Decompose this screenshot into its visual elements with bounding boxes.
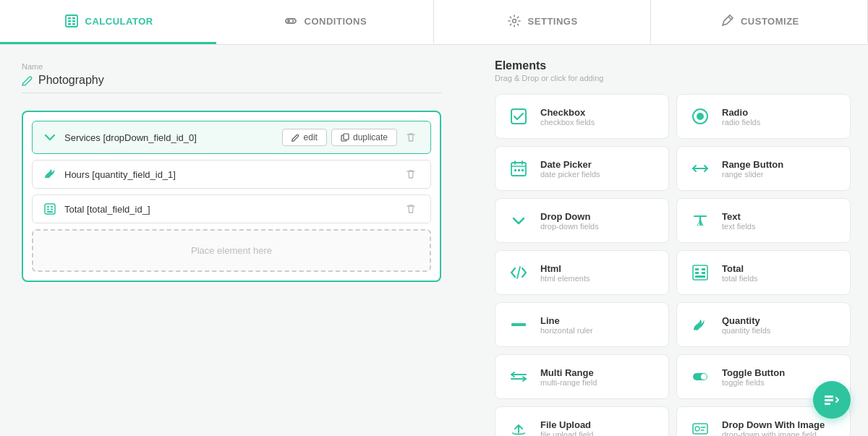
text-element-icon: A (689, 209, 712, 232)
right-panel: Elements Drag & Drop or click for adding… (477, 45, 868, 436)
tab-calculator[interactable]: CALCULATOR (0, 0, 216, 44)
svg-point-36 (695, 427, 699, 431)
element-fileupload[interactable]: File Upload file upload field (495, 406, 669, 436)
dropdown-element-icon (507, 209, 530, 232)
svg-rect-29 (695, 272, 699, 274)
field-row-services: Services [dropDown_field_id_0] edit d (32, 121, 431, 154)
fileupload-element-icon (507, 417, 530, 436)
svg-rect-6 (72, 23, 75, 25)
element-datepicker[interactable]: Date Picker date picker fields (495, 146, 669, 191)
total-el-name: Total (722, 263, 758, 274)
text-sub: text fields (722, 222, 755, 231)
dropdown-field-icon (43, 131, 57, 144)
tab-settings[interactable]: SETTINGS (434, 0, 651, 44)
quantity-element-icon (689, 313, 712, 336)
customize-icon (719, 13, 735, 29)
element-radio[interactable]: Radio radio fields (676, 94, 851, 139)
name-label: Name (22, 62, 456, 71)
element-range[interactable]: Range Button range slider (676, 146, 851, 191)
svg-rect-1 (68, 17, 71, 20)
html-element-icon (507, 261, 530, 284)
tab-conditions[interactable]: CONDITIONS (216, 0, 433, 44)
svg-rect-22 (514, 169, 516, 171)
svg-rect-0 (66, 15, 77, 27)
place-element-zone[interactable]: Place element here (32, 229, 431, 272)
left-panel: Name Photography Services [dropDown_fiel… (0, 45, 477, 436)
svg-rect-14 (51, 206, 53, 208)
dropdownimage-element-icon (689, 417, 712, 436)
name-edit-icon[interactable] (22, 75, 33, 86)
svg-rect-30 (702, 272, 705, 274)
quantity-sub: quantity fields (722, 326, 770, 335)
svg-rect-32 (511, 323, 526, 326)
services-field-label: Services [dropDown_field_id_0] (64, 132, 275, 143)
duplicate-button[interactable]: duplicate (331, 129, 397, 146)
html-sub: html elements (540, 274, 590, 283)
field-row-total: Total [total_field_id_] (32, 195, 431, 223)
radio-sub: radio fields (722, 118, 760, 127)
line-sub: horizontal ruler (540, 326, 593, 335)
toggle-element-icon (689, 365, 712, 388)
multirange-element-icon (507, 365, 530, 388)
svg-rect-38 (825, 399, 833, 401)
svg-point-8 (287, 20, 290, 22)
delete-services-button[interactable] (401, 131, 420, 144)
svg-text:A: A (697, 217, 704, 228)
svg-rect-13 (47, 206, 49, 208)
total-field-icon (43, 202, 57, 215)
tab-customize-label: CUSTOMIZE (741, 16, 799, 27)
svg-point-9 (512, 20, 516, 23)
line-element-icon (507, 313, 530, 336)
delete-total-button[interactable] (401, 202, 420, 215)
checkbox-name: Checkbox (540, 107, 595, 118)
svg-rect-28 (702, 268, 705, 270)
svg-rect-15 (47, 209, 49, 210)
elements-subtitle: Drag & Drop or click for adding (495, 74, 851, 82)
multirange-name: Multi Range (540, 367, 597, 378)
svg-rect-2 (72, 17, 75, 20)
datepicker-element-icon (507, 157, 530, 180)
datepicker-name: Date Picker (540, 159, 600, 170)
element-total[interactable]: Total total fields (676, 250, 851, 295)
element-dropdown[interactable]: Drop Down drop-down fields (495, 198, 669, 243)
total-field-label: Total [total_field_id_] (64, 204, 394, 215)
radio-name: Radio (722, 107, 760, 118)
fab-button[interactable] (813, 381, 851, 419)
datepicker-sub: date picker fields (540, 170, 600, 179)
svg-rect-16 (51, 209, 53, 210)
services-actions: edit duplicate (282, 129, 420, 146)
fileupload-sub: file upload field (540, 430, 593, 437)
element-quantity[interactable]: Quantity quantity fields (676, 302, 851, 347)
svg-rect-5 (68, 23, 71, 25)
range-sub: range slider (722, 170, 783, 179)
tab-settings-label: SETTINGS (528, 16, 578, 27)
svg-point-20 (697, 113, 704, 120)
element-html[interactable]: Html html elements (495, 250, 669, 295)
svg-rect-3 (68, 20, 71, 22)
element-multirange[interactable]: Multi Range multi-range field (495, 354, 669, 399)
quantity-name: Quantity (722, 315, 770, 326)
svg-rect-17 (47, 211, 53, 213)
field-row-hours: Hours [quantity_field_id_1] (32, 160, 431, 189)
quantity-field-icon (43, 168, 57, 181)
hours-field-label: Hours [quantity_field_id_1] (64, 169, 394, 180)
tab-customize[interactable]: CUSTOMIZE (651, 0, 868, 44)
svg-rect-37 (825, 396, 833, 398)
tab-calculator-label: CALCULATOR (85, 16, 153, 27)
edit-button[interactable]: edit (282, 129, 327, 146)
checkbox-sub: checkbox fields (540, 118, 595, 127)
svg-point-34 (701, 374, 707, 380)
element-checkbox[interactable]: Checkbox checkbox fields (495, 94, 669, 139)
delete-hours-button[interactable] (401, 168, 420, 181)
element-line[interactable]: Line horizontal ruler (495, 302, 669, 347)
element-text[interactable]: A Text text fields (676, 198, 851, 243)
toggle-name: Toggle Button (722, 367, 785, 378)
dropdown-sub: drop-down fields (540, 222, 599, 231)
place-element-label: Place element here (191, 245, 272, 256)
total-el-sub: total fields (722, 274, 758, 283)
calculator-container: Services [dropDown_field_id_0] edit d (22, 111, 441, 282)
range-element-icon (689, 157, 712, 180)
range-name: Range Button (722, 159, 783, 170)
checkbox-element-icon (507, 105, 530, 128)
multirange-sub: multi-range field (540, 378, 597, 387)
